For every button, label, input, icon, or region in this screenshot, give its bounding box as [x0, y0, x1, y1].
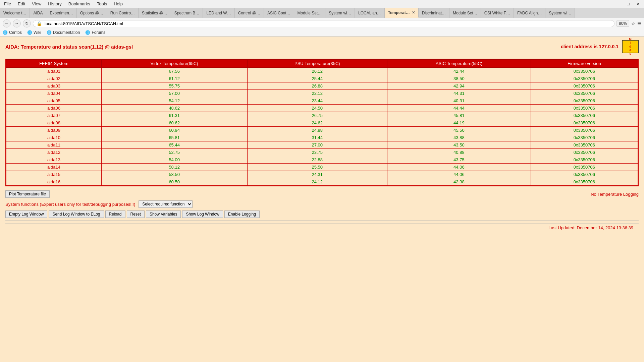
tab-temperature[interactable]: Temperat… ✕ [385, 8, 419, 18]
tab-aida[interactable]: AIDA [30, 8, 46, 18]
cell-psu-temp: 23.75 [247, 149, 387, 156]
send-log-button[interactable]: Send Log Window to ELog [49, 210, 104, 218]
plot-temperature-button[interactable]: Plot Temperature file [5, 190, 50, 198]
tab-system-wide1[interactable]: System wi… [325, 8, 355, 18]
enable-logging-button[interactable]: Enable Logging [224, 210, 260, 218]
zoom-level: 80% [616, 20, 629, 27]
cell-psu-temp: 27.00 [247, 141, 387, 149]
tab-control[interactable]: Control @… [235, 8, 264, 18]
cell-asic-temp: 45.50 [387, 127, 531, 134]
menu-bookmarks[interactable]: Bookmarks [67, 1, 92, 7]
cell-system: aida02 [6, 75, 102, 82]
cell-asic-temp: 38.50 [387, 75, 531, 82]
menu-help[interactable]: Help [112, 1, 124, 7]
cell-firmware: 0x3350706 [531, 141, 638, 149]
doc-globe-icon: 🌐 [47, 30, 52, 35]
window-close[interactable]: ✕ [635, 1, 641, 7]
tab-experiment[interactable]: Experimen… [46, 8, 76, 18]
cell-asic-temp: 43.50 [387, 141, 531, 149]
menu-view[interactable]: View [31, 1, 43, 7]
cell-system: aida08 [6, 119, 102, 127]
reload-button[interactable]: Reload [105, 210, 125, 218]
tab-asic[interactable]: ASIC Cont… [264, 8, 294, 18]
cell-system: aida01 [6, 68, 102, 75]
window-minimize[interactable]: − [616, 1, 622, 7]
table-row: aida1354.0022.8843.750x3350706 [6, 156, 638, 164]
reset-button[interactable]: Reset [127, 210, 145, 218]
midas-logo: Midas [622, 40, 639, 53]
cell-asic-temp: 42.44 [387, 68, 531, 75]
tab-gsi-white[interactable]: GSI White F… [481, 8, 514, 18]
nav-bar: ← → ↻ 🔒 80% ☆ ☰ [0, 18, 644, 29]
cell-firmware: 0x3350706 [531, 112, 638, 119]
refresh-button[interactable]: ↻ [23, 19, 31, 27]
cell-asic-temp: 43.88 [387, 134, 531, 141]
tab-module-set1[interactable]: Module Set… [294, 8, 326, 18]
tab-statistics[interactable]: Statistics @… [139, 8, 171, 18]
star-icon[interactable]: ☆ [631, 21, 635, 26]
bookmark-documentation[interactable]: 🌐 Documentation [47, 30, 80, 35]
system-functions-label: System functions (Expert users only for … [5, 202, 135, 207]
tab-close-icon[interactable]: ✕ [412, 10, 415, 15]
cell-virtex-temp: 54.00 [101, 156, 247, 164]
globe-icon: 🌐 [3, 30, 8, 35]
cell-virtex-temp: 65.81 [101, 134, 247, 141]
cell-virtex-temp: 58.12 [101, 164, 247, 171]
cell-firmware: 0x3350706 [531, 90, 638, 97]
tab-discriminat[interactable]: Discriminat… [419, 8, 449, 18]
temperature-table: FEE64 System Virtex Temperature(65C) PSU… [6, 59, 638, 186]
tab-led[interactable]: LED and W… [203, 8, 234, 18]
table-row: aida0167.5626.1242.440x3350706 [6, 68, 638, 75]
menu-history[interactable]: History [47, 1, 63, 7]
cell-psu-temp: 24.12 [247, 178, 387, 186]
url-input[interactable] [45, 21, 611, 26]
table-row: aida0457.0022.1244.310x3350706 [6, 90, 638, 97]
cell-virtex-temp: 57.00 [101, 90, 247, 97]
cell-psu-temp: 23.44 [247, 97, 387, 105]
cell-firmware: 0x3350706 [531, 156, 638, 164]
menu-file[interactable]: File [3, 1, 12, 7]
empty-log-button[interactable]: Empty Log Window [5, 210, 47, 218]
tab-welcome[interactable]: Welcome t… [0, 8, 30, 18]
cell-asic-temp: 44.19 [387, 119, 531, 127]
tab-options[interactable]: Options @… [77, 8, 107, 18]
cell-virtex-temp: 55.75 [101, 82, 247, 90]
plot-row: Plot Temperature file No Temperature Log… [5, 190, 639, 198]
tab-system-wide2[interactable]: System wi… [545, 8, 575, 18]
cell-system: aida05 [6, 97, 102, 105]
cell-system: aida12 [6, 149, 102, 156]
show-log-window-button[interactable]: Show Log Window [182, 210, 223, 218]
cell-system: aida13 [6, 156, 102, 164]
tab-run-control[interactable]: Run Contro… [107, 8, 139, 18]
window-maximize[interactable]: □ [626, 1, 631, 7]
show-variables-button[interactable]: Show Variables [146, 210, 181, 218]
cell-system: aida06 [6, 105, 102, 112]
menu-icon[interactable]: ☰ [637, 21, 641, 26]
table-header-row: FEE64 System Virtex Temperature(65C) PSU… [6, 60, 638, 68]
tab-local[interactable]: LOCAL an… [355, 8, 385, 18]
select-function-dropdown[interactable]: Select required function [139, 200, 193, 208]
bookmark-forums[interactable]: 🌐 Forums [85, 30, 105, 35]
menu-edit[interactable]: Edit [16, 1, 26, 7]
cell-asic-temp: 42.38 [387, 178, 531, 186]
client-address: client address is 127.0.0.1 [561, 44, 619, 49]
cell-firmware: 0x3350706 [531, 82, 638, 90]
cell-asic-temp: 44.44 [387, 105, 531, 112]
bookmark-centos[interactable]: 🌐 Centos [3, 30, 22, 35]
cell-psu-temp: 26.12 [247, 68, 387, 75]
cell-virtex-temp: 60.94 [101, 127, 247, 134]
back-button[interactable]: ← [3, 19, 11, 27]
cell-firmware: 0x3350706 [531, 171, 638, 178]
bookmark-wiki[interactable]: 🌐 Wiki [27, 30, 41, 35]
bookmarks-bar: 🌐 Centos 🌐 Wiki 🌐 Documentation 🌐 Forums [0, 29, 644, 36]
menu-tools[interactable]: Tools [96, 1, 108, 7]
tab-module-set2[interactable]: Module Set… [449, 8, 481, 18]
menu-bar: File Edit View History Bookmarks Tools H… [0, 0, 644, 8]
cell-psu-temp: 24.31 [247, 171, 387, 178]
table-row: aida0761.3126.7545.810x3350706 [6, 112, 638, 119]
cell-system: aida03 [6, 82, 102, 90]
tab-fadc[interactable]: FADC Align… [514, 8, 545, 18]
tab-spectrum[interactable]: Spectrum B… [171, 8, 203, 18]
table-row: aida1558.5024.3144.060x3350706 [6, 171, 638, 178]
forward-button[interactable]: → [13, 19, 21, 27]
